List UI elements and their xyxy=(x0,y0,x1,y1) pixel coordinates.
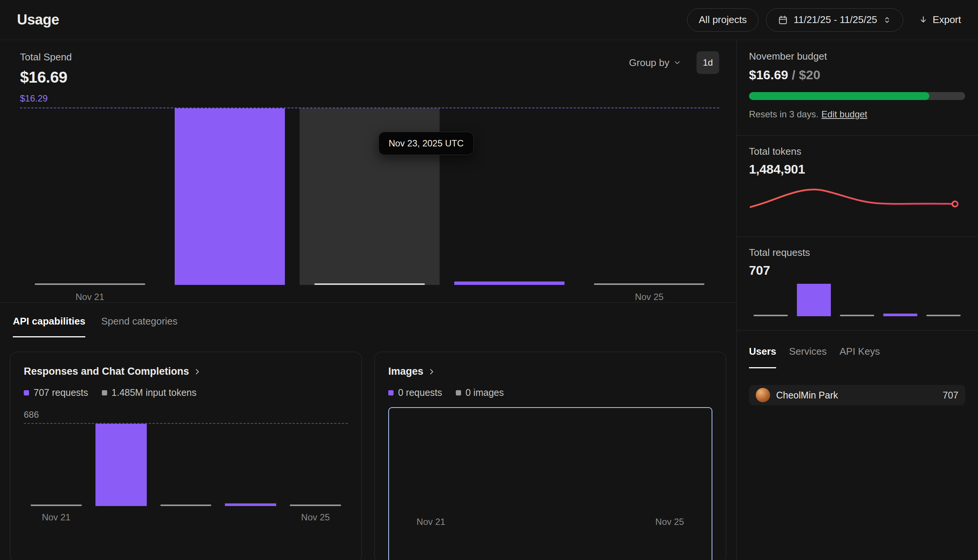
x-tick-label: Nov 21 xyxy=(417,517,445,527)
chart-tooltip: Nov 23, 2025 UTC xyxy=(378,132,474,155)
header: Usage All projects 11/21/25 - 11/25/25 xyxy=(0,0,978,40)
responses-card-title[interactable]: Responses and Chat Completions xyxy=(24,366,348,377)
date-range-value: 11/21/25 - 11/25/25 xyxy=(793,14,877,26)
download-icon xyxy=(918,15,928,25)
x-tick-label: Nov 25 xyxy=(579,292,719,302)
header-actions: All projects 11/21/25 - 11/25/25 Export xyxy=(687,8,961,32)
edit-budget-link[interactable]: Edit budget xyxy=(821,109,867,119)
chevrons-updown-icon xyxy=(883,15,891,25)
tab-spend-categories[interactable]: Spend categories xyxy=(101,315,177,337)
requests-swatch xyxy=(24,390,29,395)
total-spend-label: Total Spend xyxy=(20,51,72,63)
all-projects-button[interactable]: All projects xyxy=(687,8,758,32)
total-tokens-label: Total tokens xyxy=(749,146,965,157)
requests-mini-chart xyxy=(749,284,965,316)
x-tick-label: Nov 25 xyxy=(283,512,348,523)
total-requests-label: Total requests xyxy=(749,247,965,258)
images-swatch xyxy=(456,390,461,395)
budget-section: November budget $16.69 / $20 Resets in 3… xyxy=(736,40,978,136)
tab-api-capabilities[interactable]: API capabilities xyxy=(13,315,85,337)
tab-users[interactable]: Users xyxy=(749,346,776,368)
calendar-icon xyxy=(778,15,788,25)
images-card-title[interactable]: Images xyxy=(388,366,712,377)
legend-item: 0 images xyxy=(456,387,504,398)
group-by-label: Group by xyxy=(629,57,669,69)
legend-item: 0 requests xyxy=(388,387,442,398)
budget-title: November budget xyxy=(749,50,965,62)
responses-chart[interactable] xyxy=(24,423,348,506)
total-spend-panel: Total Spend $16.69 Group by 1d $ xyxy=(0,40,736,303)
user-request-count: 707 xyxy=(943,390,958,401)
x-tick-label: Nov 25 xyxy=(655,517,684,527)
total-tokens-value: 1,484,901 xyxy=(749,162,965,177)
capability-cards: Responses and Chat Completions 707 reque… xyxy=(10,352,726,560)
budget-amount: $16.69 / $20 xyxy=(749,68,965,82)
legend-item: 1.485M input tokens xyxy=(102,387,197,398)
spend-threshold-label: $16.29 xyxy=(20,93,719,104)
responses-x-axis: Nov 21 Nov 25 xyxy=(24,512,348,523)
tab-services[interactable]: Services xyxy=(789,346,827,368)
total-spend-value: $16.69 xyxy=(20,68,72,87)
main-panel: Total Spend $16.69 Group by 1d $ xyxy=(0,40,736,560)
chevron-right-icon xyxy=(427,367,436,376)
breakdown-section: Users Services API Keys CheolMin Park 70… xyxy=(736,330,978,560)
requests-swatch xyxy=(388,390,393,395)
images-legend: 0 requests 0 images xyxy=(388,387,712,398)
images-chart[interactable]: Nov 21 Nov 25 xyxy=(388,407,712,560)
chevron-down-icon xyxy=(673,58,681,67)
tokens-swatch xyxy=(102,390,107,395)
budget-spent: $16.69 xyxy=(749,68,788,82)
export-label: Export xyxy=(933,14,961,26)
budget-limit: / $20 xyxy=(788,68,820,82)
group-by-button[interactable]: Group by xyxy=(629,57,681,69)
export-button[interactable]: Export xyxy=(918,14,961,26)
tokens-section: Total tokens 1,484,901 xyxy=(736,136,978,237)
page-title: Usage xyxy=(17,12,59,28)
budget-progress-bar xyxy=(749,92,965,100)
x-tick-label: Nov 21 xyxy=(20,292,160,302)
responses-max-label: 686 xyxy=(24,410,348,420)
total-spend-summary: Total Spend $16.69 xyxy=(20,51,72,87)
capabilities-section: API capabilities Spend categories Respon… xyxy=(0,303,736,560)
chevron-right-icon xyxy=(193,367,202,376)
x-tick-label: Nov 21 xyxy=(24,512,89,523)
total-requests-value: 707 xyxy=(749,263,965,278)
breakdown-tabs: Users Services API Keys xyxy=(749,346,965,368)
requests-section: Total requests 707 xyxy=(736,237,978,330)
date-range-picker[interactable]: 11/21/25 - 11/25/25 xyxy=(766,8,903,32)
total-spend-chart[interactable]: Nov 23, 2025 UTC xyxy=(20,108,719,285)
user-name: CheolMin Park xyxy=(776,390,838,401)
all-projects-label: All projects xyxy=(699,14,747,26)
tokens-sparkline xyxy=(749,182,965,218)
responses-legend: 707 requests 1.485M input tokens xyxy=(24,387,348,398)
budget-progress-fill xyxy=(749,92,929,100)
legend-item: 707 requests xyxy=(24,387,88,398)
sidebar: November budget $16.69 / $20 Resets in 3… xyxy=(736,40,978,560)
responses-card: Responses and Chat Completions 707 reque… xyxy=(10,352,362,560)
capabilities-tabs: API capabilities Spend categories xyxy=(10,315,726,337)
spend-x-axis: Nov 21 Nov 25 xyxy=(20,292,719,302)
content: Total Spend $16.69 Group by 1d $ xyxy=(0,40,978,560)
user-row[interactable]: CheolMin Park 707 xyxy=(749,385,965,405)
budget-reset-line: Resets in 3 days.Edit budget xyxy=(749,109,965,120)
images-card: Images 0 requests xyxy=(374,352,726,560)
chart-controls: Group by 1d xyxy=(629,51,719,74)
tab-api-keys[interactable]: API Keys xyxy=(840,346,880,368)
avatar xyxy=(756,388,770,402)
interval-1d-button[interactable]: 1d xyxy=(696,51,719,74)
